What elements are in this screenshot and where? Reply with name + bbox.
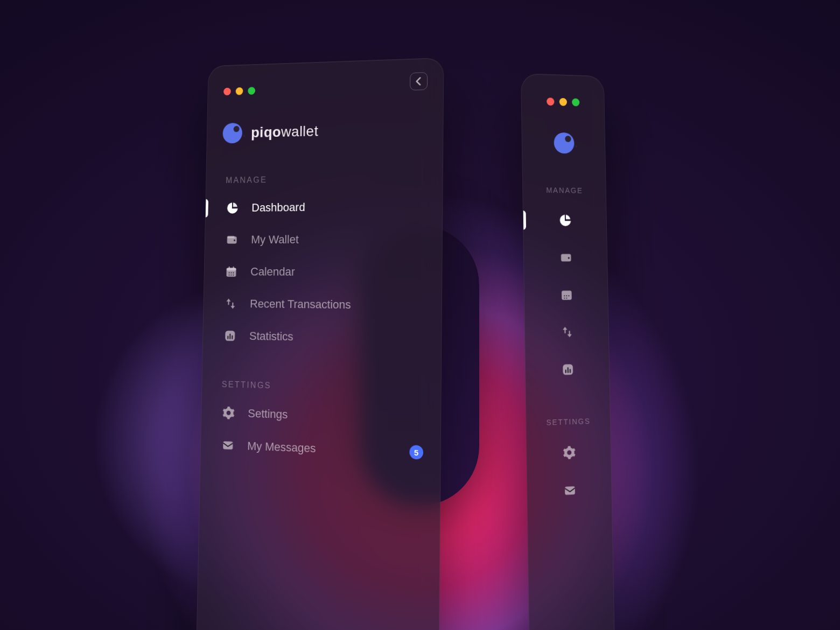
sidebar-item-my-messages[interactable]: My Messages 5 bbox=[200, 428, 440, 470]
brand-name: piqowallet bbox=[251, 123, 319, 141]
transfer-icon bbox=[560, 325, 573, 339]
sidebar-item-statistics[interactable]: Statistics bbox=[526, 350, 610, 389]
pie-chart-icon bbox=[226, 201, 239, 215]
minimize-window-dot[interactable] bbox=[236, 87, 243, 95]
sidebar-item-label: Settings bbox=[248, 407, 288, 422]
maximize-window-dot[interactable] bbox=[572, 98, 579, 106]
sidebar-item-label: My Messages bbox=[247, 439, 316, 456]
sidebar-collapsed: piqowallet MANAGE Dashboard My Wallet Ca… bbox=[521, 73, 615, 630]
sidebar-item-settings[interactable]: Settings bbox=[527, 432, 611, 473]
close-window-dot[interactable] bbox=[223, 87, 231, 95]
sidebar-item-calendar[interactable]: Calendar bbox=[524, 276, 608, 313]
brand-logo-icon bbox=[222, 123, 242, 144]
svg-rect-30 bbox=[565, 486, 575, 495]
unread-badge: 5 bbox=[409, 445, 423, 459]
svg-rect-15 bbox=[229, 333, 230, 339]
section-label-manage: MANAGE bbox=[206, 144, 443, 193]
sidebar-item-calendar[interactable]: Calendar bbox=[204, 256, 442, 289]
sidebar-item-label: Dashboard bbox=[251, 201, 305, 215]
sidebar-item-label: My Wallet bbox=[251, 233, 299, 247]
nav-settings: Settings My Messages 5 bbox=[200, 396, 440, 470]
wallet-icon bbox=[226, 233, 239, 247]
svg-rect-27 bbox=[565, 369, 566, 373]
wallet-icon bbox=[559, 250, 572, 264]
pie-chart-icon bbox=[558, 213, 572, 227]
sidebar-item-my-wallet[interactable]: My Wallet bbox=[524, 239, 607, 276]
sidebar-item-recent-transactions[interactable]: Recent Transactions bbox=[525, 313, 609, 352]
section-label-settings: SETTINGS bbox=[202, 352, 441, 403]
section-label-settings: SETTINGS bbox=[526, 387, 611, 435]
brand: piqowallet bbox=[522, 108, 605, 158]
sidebar-item-dashboard[interactable]: Dashboard bbox=[523, 201, 606, 239]
sidebar-item-my-wallet[interactable]: My Wallet bbox=[205, 223, 442, 256]
arrow-left-icon bbox=[410, 73, 427, 90]
svg-rect-29 bbox=[569, 369, 570, 373]
envelope-icon bbox=[221, 438, 234, 452]
svg-rect-6 bbox=[233, 267, 234, 269]
bar-chart-icon bbox=[561, 362, 575, 376]
sidebar-item-label: Recent Transactions bbox=[250, 297, 351, 312]
maximize-window-dot[interactable] bbox=[248, 87, 255, 95]
svg-rect-5 bbox=[229, 267, 230, 269]
minimize-window-dot[interactable] bbox=[559, 97, 567, 106]
bar-chart-icon bbox=[223, 329, 236, 342]
nav-manage: Dashboard My Wallet Calendar Recent Tran… bbox=[523, 201, 609, 389]
svg-rect-14 bbox=[227, 336, 228, 339]
collapse-sidebar-button[interactable] bbox=[410, 72, 428, 90]
brand: piqowallet bbox=[207, 93, 443, 149]
svg-rect-17 bbox=[223, 441, 233, 449]
gear-icon bbox=[562, 445, 576, 460]
sidebar-item-statistics[interactable]: Statistics bbox=[203, 319, 442, 356]
svg-rect-4 bbox=[227, 268, 236, 270]
nav-settings: Settings My Messages 5 bbox=[527, 432, 612, 512]
window-controls bbox=[521, 89, 604, 110]
svg-rect-28 bbox=[567, 367, 568, 373]
nav-manage: Dashboard My Wallet Calendar Recent Tran… bbox=[203, 190, 443, 356]
svg-rect-16 bbox=[232, 335, 233, 339]
sidebar-item-my-messages[interactable]: My Messages 5 bbox=[527, 470, 612, 512]
brand-logo-icon bbox=[554, 132, 574, 154]
gear-icon bbox=[222, 406, 235, 420]
envelope-icon bbox=[563, 483, 576, 498]
transfer-icon bbox=[224, 297, 237, 310]
calendar-icon bbox=[559, 288, 573, 302]
calendar-icon bbox=[225, 265, 237, 278]
svg-rect-1 bbox=[227, 236, 235, 238]
sidebar-item-dashboard[interactable]: Dashboard bbox=[206, 190, 443, 225]
sidebar-expanded: piqowallet MANAGE Dashboard My Wallet Ca… bbox=[196, 58, 444, 630]
sidebar-item-label: Statistics bbox=[249, 330, 293, 344]
sidebar-item-recent-transactions[interactable]: Recent Transactions bbox=[204, 288, 442, 323]
section-label-manage: MANAGE bbox=[522, 157, 606, 202]
sidebar-item-label: Calendar bbox=[250, 265, 295, 278]
close-window-dot[interactable] bbox=[547, 97, 554, 106]
